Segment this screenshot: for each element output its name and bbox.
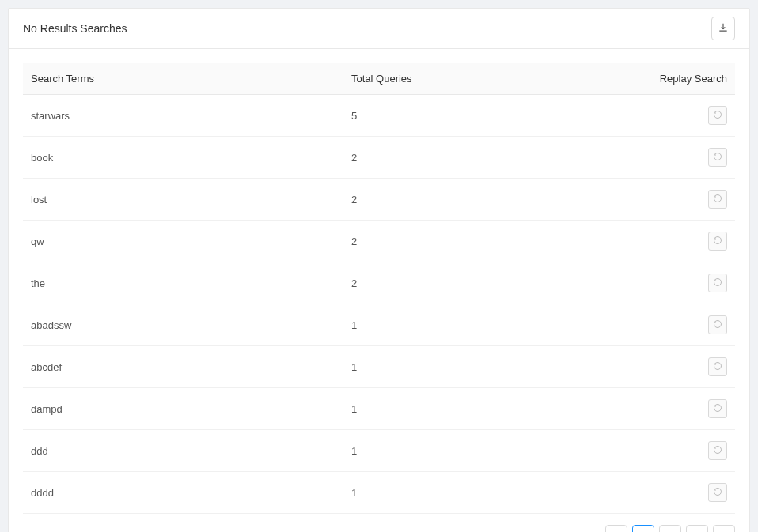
cell-replay [628, 137, 735, 179]
table-row: dampd1 [23, 388, 735, 430]
results-table: Search Terms Total Queries Replay Search… [23, 63, 735, 514]
replay-search-button[interactable] [708, 357, 727, 376]
cell-term: starwars [23, 95, 343, 137]
table-row: qw2 [23, 221, 735, 262]
cell-term: abcdef [23, 346, 343, 388]
replay-icon [713, 403, 722, 415]
replay-icon [713, 236, 722, 247]
pagination-next-button[interactable] [713, 525, 735, 532]
cell-replay [628, 430, 735, 472]
table-row: ddd1 [23, 430, 735, 472]
cell-queries: 2 [343, 262, 628, 304]
pagination-page-button[interactable]: 2 [659, 525, 681, 532]
replay-icon [713, 194, 722, 206]
cell-replay [628, 179, 735, 221]
table-row: abcdef1 [23, 346, 735, 388]
cell-queries: 1 [343, 472, 628, 514]
replay-search-button[interactable] [708, 399, 727, 418]
table-row: the2 [23, 262, 735, 304]
panel-title: No Results Searches [23, 22, 127, 35]
panel-header: No Results Searches [9, 9, 749, 49]
no-results-panel: No Results Searches Search Terms Total Q… [8, 8, 750, 532]
replay-icon [713, 361, 722, 373]
cell-term: qw [23, 221, 343, 262]
cell-term: dddd [23, 472, 343, 514]
cell-replay [628, 346, 735, 388]
replay-search-button[interactable] [708, 274, 727, 292]
replay-search-button[interactable] [708, 106, 727, 125]
replay-icon [713, 152, 722, 164]
cell-term: dampd [23, 388, 343, 430]
cell-queries: 5 [343, 95, 628, 137]
pagination: 123 [23, 525, 735, 532]
replay-search-button[interactable] [708, 190, 727, 209]
pagination-page-button[interactable]: 3 [686, 525, 708, 532]
table-row: book2 [23, 137, 735, 179]
table-row: abadssw1 [23, 304, 735, 346]
cell-term: ddd [23, 430, 343, 472]
replay-icon [713, 445, 722, 457]
column-header-terms: Search Terms [23, 63, 343, 95]
pagination-page-button[interactable]: 1 [632, 525, 654, 532]
cell-queries: 1 [343, 388, 628, 430]
cell-replay [628, 262, 735, 304]
cell-queries: 1 [343, 346, 628, 388]
cell-term: abadssw [23, 304, 343, 346]
download-icon [718, 22, 729, 36]
cell-term: lost [23, 179, 343, 221]
cell-replay [628, 388, 735, 430]
replay-icon [713, 277, 722, 289]
replay-icon [713, 110, 722, 122]
column-header-replay: Replay Search [628, 63, 735, 95]
replay-search-button[interactable] [708, 232, 727, 251]
replay-search-button[interactable] [708, 315, 727, 334]
replay-search-button[interactable] [708, 483, 727, 502]
cell-term: book [23, 137, 343, 179]
replay-icon [713, 487, 722, 499]
cell-queries: 2 [343, 179, 628, 221]
cell-queries: 1 [343, 304, 628, 346]
cell-queries: 2 [343, 137, 628, 179]
cell-replay [628, 472, 735, 514]
panel-body: Search Terms Total Queries Replay Search… [9, 49, 749, 532]
cell-replay [628, 304, 735, 346]
pagination-prev-button[interactable] [605, 525, 627, 532]
replay-icon [713, 319, 722, 331]
replay-search-button[interactable] [708, 441, 727, 460]
cell-replay [628, 221, 735, 262]
column-header-queries: Total Queries [343, 63, 628, 95]
cell-replay [628, 95, 735, 137]
table-row: dddd1 [23, 472, 735, 514]
replay-search-button[interactable] [708, 148, 727, 167]
cell-queries: 2 [343, 221, 628, 262]
cell-term: the [23, 262, 343, 304]
cell-queries: 1 [343, 430, 628, 472]
table-row: lost2 [23, 179, 735, 221]
table-row: starwars5 [23, 95, 735, 137]
download-button[interactable] [711, 17, 735, 40]
